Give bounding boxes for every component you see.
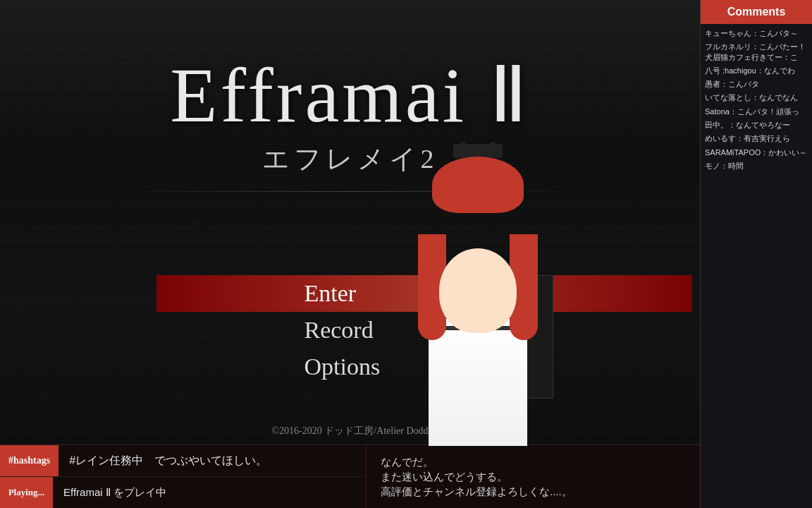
torso [429,319,527,446]
hair-top [432,157,524,213]
comment-item: キューちゃん：こんバタ～ [705,28,808,38]
playing-text: Efframai Ⅱ をプレイ中 [53,477,177,508]
comment-item: モノ：時間 [705,161,808,171]
crown-accessory [453,144,503,158]
comment-item: 田中。：なんてやろなー [705,120,808,130]
hashtag-badge: #hashtags [0,445,59,476]
playing-badge: Playing... [0,477,53,508]
comment-item: 八号 :hachigou：なんでわ [705,66,808,75]
character-body [429,319,527,446]
bottom-bar: #hashtags #レイン任務中 でつぶやいてほしい。 Playing... … [0,445,700,508]
bottom-left-section: #hashtags #レイン任務中 でつぶやいてほしい。 Playing... … [0,445,367,508]
bottom-right-text: なんでだ。また迷い込んでどうする。高評価とチャンネル登録よろしくな....。 [367,445,700,508]
comment-item: Satona：こんバタ！頑張っ [705,107,808,116]
bottom-top-row: #hashtags #レイン任務中 でつぶやいてほしい。 [0,445,366,477]
hashtag-text: #レイン任務中 でつぶやいてほしい。 [59,445,366,476]
comments-header: Comments [701,0,812,24]
comment-item: 愚者：こんバタ [705,79,808,89]
vtuber-portrait [369,143,587,446]
comment-item: フルカネルリ：こんバたー！犬眉猫カフェ行きてー：こ [705,42,808,62]
game-title: Efframai Ⅱ [104,56,597,134]
bottom-bottom-row: Playing... Efframai Ⅱ をプレイ中 [0,477,366,508]
head [439,248,517,333]
comment-item: いてな落とし：なんでなん [705,92,808,102]
comment-item: SARAMiTAPOO：かわいい～ [705,147,808,157]
comments-sidebar: Comments キューちゃん：こんバタ～フルカネルリ：こんバたー！犬眉猫カフェ… [700,0,812,508]
game-area: Efframai Ⅱ エフレメイ2 Enter Record Options ©… [0,0,700,508]
comments-list: キューちゃん：こんバタ～フルカネルリ：こんバたー！犬眉猫カフェ行きてー：こ八号 … [701,24,812,179]
comment-item: めいるす：有吉実行えら [705,133,808,143]
